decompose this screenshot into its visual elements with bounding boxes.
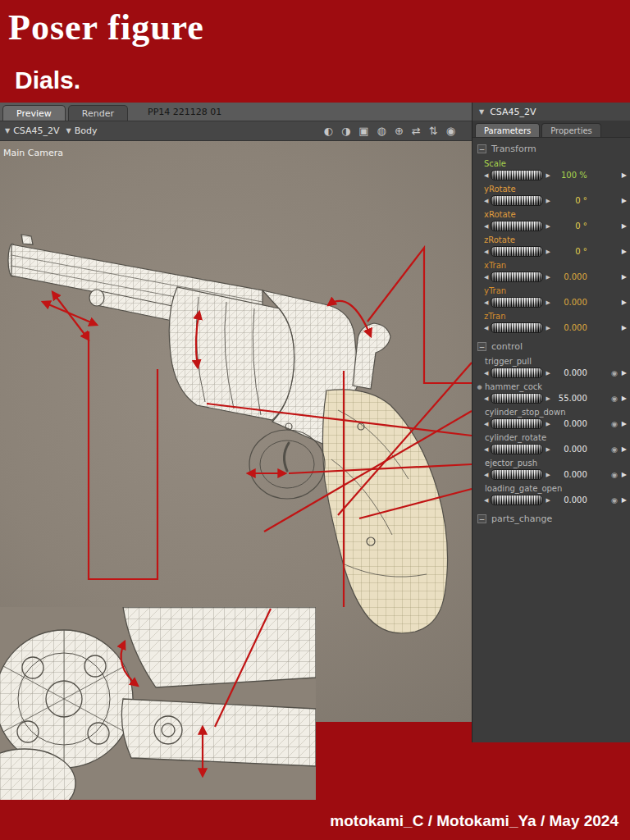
dial-value[interactable]: 0 °	[553, 221, 587, 231]
dial-increase-icon[interactable]: ▶	[546, 249, 550, 255]
dial-decrease-icon[interactable]: ◀	[484, 223, 488, 230]
dial-increase-icon[interactable]: ▶	[546, 198, 550, 204]
dial-label: zTran	[484, 312, 627, 322]
dial-increase-icon[interactable]: ▶	[546, 370, 550, 377]
panel-tabs: Parameters Properties	[472, 121, 630, 138]
figure-dropdown[interactable]: ▼ CSA45_2V	[5, 126, 60, 136]
dial-value[interactable]: 0.000	[553, 495, 587, 504]
grab-icon[interactable]: ◉	[446, 125, 455, 137]
dial-options-icon[interactable]: ▶	[622, 420, 627, 427]
dial-increase-icon[interactable]: ▶	[546, 421, 550, 427]
dial-decrease-icon[interactable]: ◀	[484, 325, 488, 331]
tab-preview[interactable]: Preview	[2, 105, 66, 121]
control-dial-row: ejector_push ◀ ▶ 0.000 ◉ ▶	[472, 457, 630, 482]
chevron-down-icon[interactable]: ▼	[479, 108, 484, 116]
dial-increase-icon[interactable]: ▶	[546, 274, 550, 281]
dial-value[interactable]: 0.000	[553, 419, 587, 428]
dial-value[interactable]: 100 %	[553, 171, 587, 180]
viewport-canvas[interactable]: Main Camera	[0, 141, 472, 722]
control-dial-row: loading_gate_open ◀ ▶ 0.000 ◉ ▶	[472, 482, 630, 508]
dial-slider[interactable]	[491, 195, 543, 206]
dial-label: zRotate	[484, 235, 627, 245]
dial-value[interactable]: 0 °	[553, 247, 587, 256]
dial-decrease-icon[interactable]: ◀	[484, 299, 488, 306]
dial-value[interactable]: 0 °	[553, 196, 587, 205]
dial-slider[interactable]	[491, 221, 543, 231]
dial-decrease-icon[interactable]: ◀	[484, 446, 488, 453]
dial-options-icon[interactable]: ▶	[622, 171, 627, 179]
dial-decrease-icon[interactable]: ◀	[484, 370, 488, 377]
dial-options-icon[interactable]: ▶	[622, 395, 627, 402]
visibility-eye-icon[interactable]: ◉	[611, 496, 618, 504]
dial-increase-icon[interactable]: ▶	[546, 223, 550, 230]
dial-increase-icon[interactable]: ▶	[546, 395, 550, 402]
dial-options-icon[interactable]: ▶	[622, 222, 627, 230]
collapse-icon[interactable]: −	[477, 342, 486, 351]
face-camera-left-icon[interactable]: ◐	[324, 125, 333, 137]
dial-slider[interactable]	[491, 469, 543, 480]
dial-slider[interactable]	[491, 495, 543, 505]
visibility-eye-icon[interactable]: ◉	[611, 395, 618, 403]
dial-slider[interactable]	[491, 170, 543, 180]
visibility-eye-icon[interactable]: ◉	[611, 471, 618, 479]
dial-decrease-icon[interactable]: ◀	[484, 472, 488, 478]
dial-controls: ◀ ▶ 0 ° ▶	[484, 221, 627, 231]
dial-label: trigger_pull	[485, 357, 532, 367]
tab-render[interactable]: Render	[68, 105, 128, 121]
dial-decrease-icon[interactable]: ◀	[484, 274, 488, 281]
collapse-icon[interactable]: −	[477, 144, 486, 153]
dial-value[interactable]: 0.000	[553, 272, 587, 281]
dial-decrease-icon[interactable]: ◀	[484, 497, 488, 504]
dial-options-icon[interactable]: ▶	[622, 324, 627, 331]
translate-icon[interactable]: ⇄	[412, 125, 421, 137]
dial-increase-icon[interactable]: ▶	[546, 446, 550, 453]
elevate-icon[interactable]: ⇅	[429, 125, 438, 137]
dial-slider[interactable]	[491, 297, 543, 308]
dial-value[interactable]: 55.000	[553, 394, 587, 403]
figure-dropdown-label: CSA45_2V	[13, 126, 59, 136]
visibility-eye-icon[interactable]: ◉	[611, 420, 618, 428]
dial-value[interactable]: 0.000	[553, 323, 587, 332]
dial-options-icon[interactable]: ▶	[622, 197, 627, 204]
visibility-eye-icon[interactable]: ◉	[611, 445, 618, 454]
dial-value[interactable]: 0.000	[553, 298, 587, 307]
dial-options-icon[interactable]: ▶	[622, 369, 627, 377]
dial-options-icon[interactable]: ▶	[622, 471, 627, 478]
tab-parameters[interactable]: Parameters	[475, 123, 540, 137]
actor-dropdown[interactable]: ▼ Body	[66, 126, 98, 136]
dial-options-icon[interactable]: ▶	[622, 299, 627, 306]
transform-dial-row: xTran ◀ ▶ 0.000 ▶	[472, 259, 630, 285]
dial-decrease-icon[interactable]: ◀	[484, 198, 488, 204]
dial-value[interactable]: 0.000	[553, 445, 587, 454]
dial-increase-icon[interactable]: ▶	[546, 497, 550, 504]
dial-decrease-icon[interactable]: ◀	[484, 249, 488, 255]
tab-properties[interactable]: Properties	[541, 123, 601, 137]
dial-decrease-icon[interactable]: ◀	[484, 421, 488, 427]
visibility-eye-icon[interactable]: ◉	[611, 369, 618, 377]
select-keyframe-icon[interactable]: ▣	[358, 125, 368, 137]
collapse-icon[interactable]: −	[477, 514, 486, 523]
dial-options-icon[interactable]: ▶	[622, 273, 627, 281]
dial-value[interactable]: 0.000	[553, 470, 587, 479]
dial-decrease-icon[interactable]: ◀	[484, 172, 488, 179]
rotate-icon[interactable]: ⊕	[395, 125, 404, 137]
dial-slider[interactable]	[491, 444, 543, 454]
dial-slider[interactable]	[491, 418, 543, 429]
dial-increase-icon[interactable]: ▶	[546, 172, 550, 179]
dial-value[interactable]: 0.000	[553, 368, 587, 377]
dial-increase-icon[interactable]: ▶	[546, 472, 550, 478]
dial-slider[interactable]	[491, 246, 543, 257]
dial-slider[interactable]	[491, 272, 543, 282]
dial-options-icon[interactable]: ▶	[622, 445, 627, 453]
dial-options-icon[interactable]: ▶	[622, 248, 627, 255]
dial-slider[interactable]	[491, 322, 543, 333]
dial-options-icon[interactable]: ▶	[622, 496, 627, 504]
dial-slider[interactable]	[491, 368, 543, 378]
face-camera-right-icon[interactable]: ◑	[341, 125, 350, 137]
dial-decrease-icon[interactable]: ◀	[484, 395, 488, 402]
trackball-icon[interactable]: ◍	[377, 125, 386, 137]
dial-increase-icon[interactable]: ▶	[546, 299, 550, 306]
dial-slider[interactable]	[491, 393, 543, 404]
dial-increase-icon[interactable]: ▶	[546, 325, 550, 331]
top-banner: Poser figure Dials.	[0, 0, 630, 103]
